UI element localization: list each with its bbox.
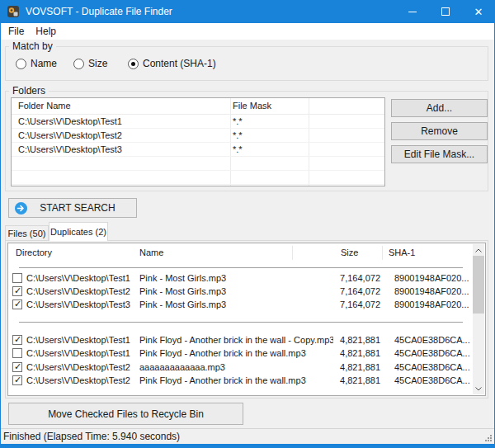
menu-file[interactable]: File (2, 23, 30, 40)
row-checkbox[interactable] (12, 348, 22, 358)
cell-size: 4,821,881 (301, 335, 380, 345)
cell-sha1: 45CA0E38D6CA... (394, 348, 470, 358)
folders-table[interactable]: Folder Name File Mask C:\Users\V\Desktop… (11, 97, 385, 186)
close-button[interactable]: ✕ (462, 0, 495, 23)
match-by-label: Match by (9, 40, 56, 52)
cell-sha1: 45CA0E38D6CA... (394, 335, 470, 345)
file-mask: *.* (233, 130, 243, 140)
folders-label: Folders (9, 85, 49, 97)
file-mask: *.* (233, 144, 243, 154)
cell-directory: C:\Users\V\Desktop\Test2 (26, 362, 130, 372)
add-folder-button[interactable]: Add... (391, 99, 488, 117)
cell-directory: C:\Users\V\Desktop\Test2 (26, 375, 130, 385)
group-separator (19, 322, 463, 323)
start-search-label: START SEARCH (27, 202, 136, 214)
folders-group: Folders Folder Name File Mask C:\Users\V… (5, 91, 488, 191)
folder-row[interactable]: C:\Users\V\Desktop\Test1 *.* (12, 115, 384, 129)
group-separator (19, 267, 463, 268)
radio-content-sha1[interactable]: Content (SHA-1) (128, 58, 216, 69)
folders-col-folder-name: Folder Name (18, 101, 71, 111)
row-checkbox[interactable] (12, 335, 22, 345)
duplicate-row[interactable]: C:\Users\V\Desktop\Test2 Pink Floyd - An… (8, 375, 474, 388)
arrow-right-circle-icon (15, 202, 27, 215)
scroll-up-icon[interactable] (473, 244, 484, 256)
row-checkbox[interactable] (12, 375, 22, 385)
folder-row-empty (12, 171, 384, 185)
cell-size: 4,821,881 (301, 348, 380, 358)
folder-row[interactable]: C:\Users\V\Desktop\Test3 *.* (12, 143, 384, 157)
app-icon (7, 5, 20, 18)
cell-directory: C:\Users\V\Desktop\Test1 (26, 348, 130, 358)
row-checkbox[interactable] (12, 286, 22, 296)
tab-files[interactable]: Files (50) (5, 225, 49, 240)
row-checkbox[interactable] (12, 299, 22, 309)
radio-content-label: Content (SHA-1) (143, 58, 216, 69)
remove-folder-button[interactable]: Remove (391, 122, 488, 140)
col-size[interactable]: Size (341, 248, 358, 257)
radio-name-label: Name (31, 58, 57, 69)
duplicates-panel: Directory Name Size SHA-1 C:\Users\V\Des… (5, 240, 488, 398)
close-icon: ✕ (474, 7, 483, 17)
window-title: VOVSOFT - Duplicate File Finder (26, 6, 172, 17)
folder-row-empty (12, 157, 384, 171)
tab-duplicates[interactable]: Duplicates (2) (49, 222, 108, 241)
move-to-recycle-bin-button[interactable]: Move Checked Files to Recycle Bin (8, 403, 243, 425)
folder-path: C:\Users\V\Desktop\Test2 (18, 130, 122, 140)
cell-size: 7,164,072 (301, 299, 380, 309)
cell-sha1: 45CA0E38D6CA... (394, 375, 470, 385)
menubar: File Help (0, 23, 495, 40)
folder-path: C:\Users\V\Desktop\Test1 (18, 116, 122, 126)
window-bottom-border (0, 444, 495, 448)
row-checkbox[interactable] (12, 362, 22, 372)
duplicate-row[interactable]: C:\Users\V\Desktop\Test1 Pink Floyd - An… (8, 334, 474, 347)
cell-sha1: 89001948AF020... (394, 299, 469, 309)
minimize-icon (408, 12, 417, 12)
cell-name: Pink - Most Girls.mp3 (139, 299, 226, 309)
duplicates-list[interactable]: Directory Name Size SHA-1 C:\Users\V\Des… (7, 243, 486, 396)
radio-name[interactable]: Name (16, 58, 57, 69)
radio-content-circle-icon (128, 59, 139, 69)
folder-path: C:\Users\V\Desktop\Test3 (18, 144, 122, 154)
cell-sha1: 45CA0E38D6CA... (394, 362, 470, 372)
maximize-button[interactable] (429, 0, 462, 23)
scrollbar-thumb[interactable] (473, 256, 484, 314)
app-window: VOVSOFT - Duplicate File Finder ✕ File H… (0, 0, 495, 448)
cell-size: 4,821,881 (301, 375, 380, 385)
col-sha1[interactable]: SHA-1 (389, 248, 415, 257)
cell-sha1: 89001948AF020... (394, 286, 469, 296)
maximize-icon (441, 7, 450, 16)
folder-row[interactable]: C:\Users\V\Desktop\Test2 *.* (12, 129, 384, 143)
status-text: Finished (Elapsed Time: 5.940 seconds) (3, 431, 180, 442)
cell-size: 4,821,881 (301, 362, 380, 372)
folders-table-header: Folder Name File Mask (12, 98, 384, 115)
cell-size: 7,164,072 (301, 286, 380, 296)
column-divider (382, 246, 383, 260)
duplicate-row[interactable]: C:\Users\V\Desktop\Test1 Pink Floyd - An… (8, 347, 474, 361)
column-divider (292, 246, 293, 260)
cell-sha1: 89001948AF020... (394, 273, 469, 283)
minimize-button[interactable] (396, 0, 429, 23)
duplicate-row[interactable]: C:\Users\V\Desktop\Test2 aaaaaaaaaaaaa.m… (8, 361, 474, 375)
menu-help[interactable]: Help (30, 23, 62, 40)
duplicate-row[interactable]: C:\Users\V\Desktop\Test1 Pink - Most Gir… (8, 272, 474, 285)
radio-size[interactable]: Size (73, 58, 107, 69)
match-by-group: Match by Name Size Content (SHA-1) (5, 46, 488, 81)
cell-name: Pink Floyd - Another brick in the wall.m… (139, 375, 306, 385)
col-directory[interactable]: Directory (16, 248, 52, 257)
resize-grip[interactable] (484, 434, 492, 441)
vertical-scrollbar[interactable] (473, 244, 484, 394)
titlebar-buttons: ✕ (396, 0, 495, 23)
scroll-down-icon[interactable] (473, 383, 484, 394)
cell-name: Pink Floyd - Another brick in the wall.m… (139, 348, 306, 358)
titlebar[interactable]: VOVSOFT - Duplicate File Finder ✕ (0, 0, 495, 23)
cell-name: aaaaaaaaaaaaa.mp3 (139, 362, 225, 372)
col-name[interactable]: Name (139, 248, 163, 257)
file-mask: *.* (233, 116, 243, 126)
edit-file-mask-button[interactable]: Edit File Mask... (391, 145, 488, 163)
cell-directory: C:\Users\V\Desktop\Test3 (26, 299, 130, 309)
row-checkbox[interactable] (12, 273, 22, 283)
cell-name: Pink - Most Girls.mp3 (139, 286, 226, 296)
duplicate-row[interactable]: C:\Users\V\Desktop\Test2 Pink - Most Gir… (8, 285, 474, 299)
duplicate-row[interactable]: C:\Users\V\Desktop\Test3 Pink - Most Gir… (8, 299, 474, 312)
start-search-button[interactable]: START SEARCH (8, 198, 137, 218)
